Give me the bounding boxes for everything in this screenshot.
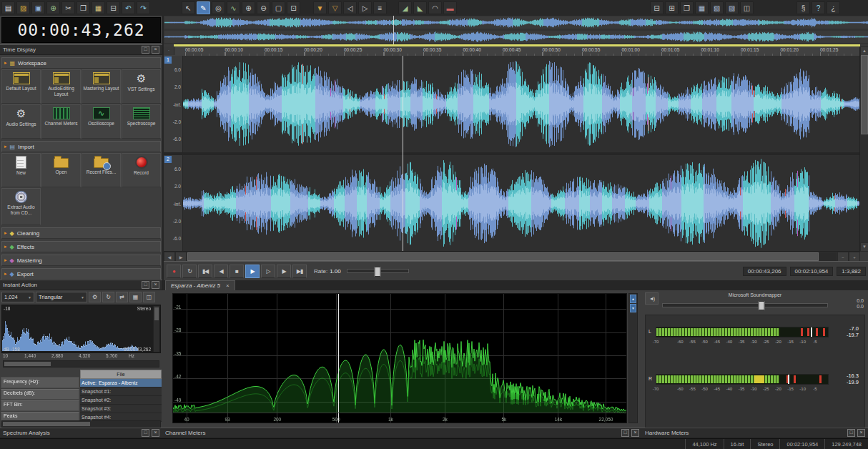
fft-size-select[interactable]: 1,024 ▼ bbox=[1, 292, 34, 302]
scroll-down-icon[interactable]: ▼ bbox=[630, 304, 636, 312]
workspace-a-icon[interactable]: ▦ bbox=[695, 1, 709, 14]
overview-waveform-right[interactable] bbox=[164, 31, 868, 43]
output-gain-slider[interactable] bbox=[662, 303, 828, 307]
mastering-layout-button[interactable]: Mastering Layout bbox=[82, 69, 121, 104]
help-icon[interactable]: ? bbox=[812, 1, 825, 14]
go-to-end-button[interactable]: ▶▮ bbox=[292, 265, 307, 278]
selection-tool-icon[interactable]: ↖ bbox=[182, 1, 195, 14]
zoom-normal-icon[interactable]: ⊡ bbox=[287, 1, 300, 14]
import-section-header[interactable]: ▸ ▤ Import bbox=[1, 141, 161, 152]
workspace-section-header[interactable]: ▸ ▦ Workspace bbox=[1, 57, 161, 69]
scroll-up-icon[interactable]: ▲ bbox=[630, 295, 636, 303]
pencil-tool-icon[interactable]: ∿ bbox=[227, 1, 240, 14]
record-button[interactable]: ● bbox=[167, 265, 181, 278]
vertical-scrollbar[interactable]: ▲ ▼ bbox=[859, 46, 868, 252]
playhead-cursor[interactable] bbox=[403, 56, 403, 252]
channel-meters-button[interactable]: Channel Meters bbox=[41, 104, 81, 139]
mute-icon[interactable]: ▬ bbox=[443, 1, 457, 14]
script-icon[interactable]: § bbox=[797, 1, 810, 14]
new-icon[interactable]: ▤ bbox=[1, 1, 15, 14]
ruler-corner-button[interactable]: · bbox=[164, 46, 174, 55]
vertical-scroll-handle[interactable] bbox=[861, 55, 868, 134]
time-ruler[interactable]: · 00:00:0500:00:1000:00:1500:00:2000:00:… bbox=[164, 46, 860, 56]
undo-icon[interactable]: ↶ bbox=[122, 1, 135, 14]
prev-marker-icon[interactable]: ◁ bbox=[343, 1, 357, 14]
play-button[interactable]: ▶ bbox=[245, 265, 260, 278]
scroll-down-icon[interactable]: ▼ bbox=[860, 242, 868, 252]
recent-files-button[interactable]: Recent Files... bbox=[82, 153, 121, 187]
zoom-selection-icon[interactable]: ▢ bbox=[272, 1, 285, 14]
tile-horizontal-icon[interactable]: ⊟ bbox=[650, 1, 664, 14]
tab-close-icon[interactable]: × bbox=[226, 282, 230, 289]
go-to-start-button[interactable]: ▮◀ bbox=[198, 265, 212, 278]
float-button[interactable]: □ bbox=[142, 281, 149, 289]
zoom-in-icon[interactable]: ⊕ bbox=[242, 1, 255, 14]
marker-list-icon[interactable]: ≡ bbox=[373, 1, 387, 14]
cascade-icon[interactable]: ❐ bbox=[680, 1, 694, 14]
refresh-button[interactable]: ↻ bbox=[102, 292, 114, 302]
copy-icon[interactable]: ❐ bbox=[77, 1, 90, 14]
crossfade-icon[interactable]: ◠ bbox=[428, 1, 442, 14]
close-button[interactable]: × bbox=[152, 46, 159, 54]
section-cleaning[interactable]: ▸◆Cleaning bbox=[1, 227, 161, 239]
record-button[interactable]: Record bbox=[122, 153, 161, 187]
edit-tool-icon[interactable]: ✎ bbox=[197, 1, 210, 14]
audio-settings-button[interactable]: ⚙Audio Settings bbox=[1, 104, 41, 139]
fade-out-icon[interactable]: ◣ bbox=[413, 1, 427, 14]
gain-slider-handle[interactable] bbox=[759, 301, 765, 310]
snapshot-row[interactable]: Snapshot #3: bbox=[80, 405, 162, 413]
vst-settings-button[interactable]: ⚙VST Settings bbox=[122, 69, 161, 104]
settings-button[interactable]: ⚙ bbox=[89, 292, 101, 302]
spectrum-vscrollbar[interactable] bbox=[153, 306, 159, 352]
publish-icon[interactable]: ⊕ bbox=[46, 1, 60, 14]
horizontal-scroll-track[interactable] bbox=[187, 252, 837, 261]
extract-audio-from-cd-button[interactable]: Extract Audio from CD... bbox=[1, 188, 41, 225]
section-effects[interactable]: ▸◆Effects bbox=[1, 241, 161, 252]
loop-playback-button[interactable]: ↻ bbox=[182, 265, 197, 278]
close-button[interactable]: × bbox=[152, 281, 159, 289]
close-button[interactable]: × bbox=[857, 429, 865, 437]
float-button[interactable]: □ bbox=[621, 429, 629, 437]
float-button[interactable]: □ bbox=[847, 429, 855, 437]
rate-slider[interactable] bbox=[347, 269, 409, 273]
trim-icon[interactable]: ⊟ bbox=[107, 1, 120, 14]
zoom-out-icon[interactable]: ⊖ bbox=[257, 1, 270, 14]
waveform-channel-1[interactable] bbox=[182, 56, 860, 152]
snapshot-row[interactable]: Snapshot #1: bbox=[80, 388, 162, 396]
spectrum-bottom-scrollbar[interactable] bbox=[1, 420, 161, 428]
magnify-tool-icon[interactable]: ◎ bbox=[212, 1, 225, 14]
waveform-channel-2[interactable] bbox=[182, 156, 860, 251]
snapshot-row[interactable]: Snapshot #2: bbox=[80, 396, 162, 405]
paste-icon[interactable]: ▦ bbox=[92, 1, 105, 14]
rate-slider-handle[interactable] bbox=[375, 267, 381, 277]
stop-button[interactable]: ■ bbox=[230, 265, 244, 278]
close-button[interactable]: × bbox=[631, 429, 639, 437]
horizontal-scrollbar[interactable]: ◀ ▶ − + bbox=[164, 251, 860, 262]
float-button[interactable]: □ bbox=[142, 46, 149, 54]
next-button[interactable]: ▶ bbox=[277, 265, 291, 278]
sync-button[interactable]: ⇄ bbox=[116, 292, 128, 302]
audioediting-layout-button[interactable]: AudioEditing Layout bbox=[41, 69, 81, 104]
oscilloscope-button[interactable]: ∿Oscilloscope bbox=[82, 104, 121, 139]
open-button[interactable]: Open bbox=[41, 153, 81, 187]
float-button[interactable]: □ bbox=[142, 429, 149, 437]
default-layout-button[interactable]: Default Layout bbox=[1, 69, 41, 104]
close-button[interactable]: × bbox=[152, 429, 159, 437]
previous-button[interactable]: ◀ bbox=[214, 265, 228, 278]
grid-button[interactable]: ▦ bbox=[129, 292, 142, 302]
horizontal-scroll-handle[interactable] bbox=[187, 252, 819, 261]
channel-meters-scrollbar[interactable]: ▲ ▼ bbox=[628, 293, 638, 423]
document-tab[interactable]: Esparza - Albeniz 5 × bbox=[165, 280, 235, 291]
overview-waveform-left[interactable] bbox=[164, 16, 868, 29]
section-export[interactable]: ▸◆Export bbox=[1, 268, 161, 280]
snapshot-icon[interactable]: ◫ bbox=[740, 1, 754, 14]
new-button[interactable]: New bbox=[1, 153, 41, 187]
redo-icon[interactable]: ↷ bbox=[137, 1, 150, 14]
active-file-row[interactable]: Active:Esparza - Albeniz bbox=[80, 379, 162, 388]
window-type-select[interactable]: Triangular ▼ bbox=[36, 292, 87, 302]
spectrum-hscrollbar[interactable] bbox=[3, 360, 159, 367]
tile-vertical-icon[interactable]: ⊞ bbox=[665, 1, 679, 14]
cut-icon[interactable]: ✂ bbox=[61, 1, 75, 14]
spectroscope-button[interactable]: Spectroscope bbox=[122, 104, 161, 139]
save-icon[interactable]: ▣ bbox=[31, 1, 45, 14]
